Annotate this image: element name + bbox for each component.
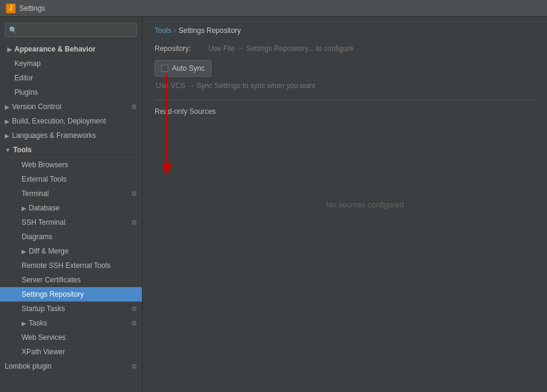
settings-icon: ⚙ <box>131 102 137 112</box>
settings-icon: ⚙ <box>131 361 137 372</box>
search-icon: 🔍 <box>9 26 17 34</box>
settings-icon: ⚙ <box>131 318 137 328</box>
settings-icon: ⚙ <box>131 218 137 228</box>
no-sources-text: No sources configured <box>326 200 404 209</box>
title-bar: J Settings <box>0 0 547 17</box>
auto-sync-container: Auto Sync <box>155 60 535 77</box>
sidebar-item-appearance[interactable]: ▶ Appearance & Behavior <box>0 42 142 56</box>
sidebar-item-xpath-viewer[interactable]: XPath Viewer <box>0 345 142 359</box>
sidebar-item-server-certs[interactable]: Server Certificates <box>0 273 142 287</box>
sidebar-item-ssh-terminal[interactable]: SSH Terminal ⚙ <box>0 215 142 230</box>
sidebar-item-build[interactable]: ▶ Build, Execution, Deployment <box>0 114 142 128</box>
arrow-icon: ▶ <box>5 131 10 140</box>
arrow-icon: ▶ <box>22 247 26 256</box>
sidebar-item-database[interactable]: ▶ Database <box>0 201 142 215</box>
sidebar-item-remote-ssh[interactable]: Remote SSH External Tools <box>0 258 142 273</box>
breadcrumb: Tools › Settings Repository <box>155 26 535 35</box>
sidebar-item-editor[interactable]: Editor <box>0 71 142 85</box>
breadcrumb-current: Settings Repository <box>179 26 241 35</box>
sidebar-item-tasks[interactable]: ▶ Tasks ⚙ <box>0 316 142 330</box>
breadcrumb-parent[interactable]: Tools <box>155 26 171 35</box>
arrow-icon: ▶ <box>7 45 12 54</box>
auto-sync-checkbox[interactable] <box>161 65 168 72</box>
annotation-arrow <box>163 73 199 193</box>
arrow-open-icon: ▼ <box>5 146 11 155</box>
sidebar-item-web-services[interactable]: Web Services <box>0 330 142 345</box>
repository-label: Repository: <box>155 44 203 53</box>
vcs-hint: Use VCS → Sync Settings to sync when you… <box>156 82 535 90</box>
sidebar-item-plugins[interactable]: Plugins <box>0 85 142 99</box>
arrow-icon: ▶ <box>5 117 10 126</box>
sidebar-item-lombok[interactable]: Lombok plugin ⚙ <box>0 359 142 373</box>
sidebar-item-external-tools[interactable]: External Tools <box>0 172 142 186</box>
dialog-body: 🔍 ▶ Appearance & Behavior Keymap Editor … <box>0 17 547 392</box>
sidebar-item-terminal[interactable]: Terminal ⚙ <box>0 186 142 201</box>
search-input[interactable] <box>20 26 133 34</box>
main-content: Tools › Settings Repository Repository: … <box>143 17 547 392</box>
arrow-icon: ▶ <box>22 319 26 328</box>
sidebar-item-settings-repo[interactable]: Settings Repository <box>0 287 142 301</box>
auto-sync-button[interactable]: Auto Sync <box>155 60 211 77</box>
settings-icon: ⚙ <box>131 189 137 199</box>
settings-icon: ⚙ <box>131 304 137 314</box>
arrow-icon: ▶ <box>5 102 10 111</box>
sidebar: 🔍 ▶ Appearance & Behavior Keymap Editor … <box>0 17 143 392</box>
sidebar-item-startup-tasks[interactable]: Startup Tasks ⚙ <box>0 301 142 316</box>
arrow-icon: ▶ <box>22 204 26 213</box>
search-box[interactable]: 🔍 <box>5 23 137 37</box>
read-only-sources-title: Read-only Sources <box>155 107 535 116</box>
app-icon: J <box>6 4 16 13</box>
sidebar-item-diff-merge[interactable]: ▶ Diff & Merge <box>0 244 142 258</box>
sidebar-item-tools[interactable]: ▼ Tools <box>0 143 142 158</box>
sidebar-item-version-control[interactable]: ▶ Version Control ⚙ <box>0 99 142 114</box>
window-title: Settings <box>19 4 45 13</box>
breadcrumb-separator: › <box>174 26 176 35</box>
sidebar-item-diagrams[interactable]: Diagrams <box>0 230 142 244</box>
sidebar-item-keymap[interactable]: Keymap <box>0 56 142 71</box>
repository-hint: Use File → Settings Repository... to con… <box>208 44 353 53</box>
repository-row: Repository: Use File → Settings Reposito… <box>155 44 535 53</box>
section-divider <box>155 99 535 100</box>
sidebar-item-languages[interactable]: ▶ Languages & Frameworks <box>0 128 142 143</box>
sidebar-item-web-browsers[interactable]: Web Browsers <box>0 158 142 172</box>
